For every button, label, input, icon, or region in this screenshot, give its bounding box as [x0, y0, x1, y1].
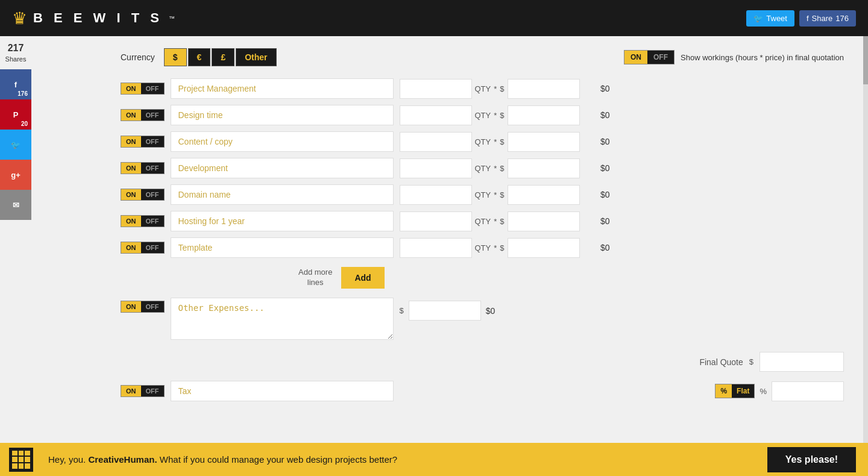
multiply-sign-1: * [494, 84, 497, 93]
logo-area: ♛ B E E W I T S™ [12, 8, 175, 28]
other-price-input[interactable] [409, 301, 481, 321]
line-name-input-4[interactable] [171, 158, 394, 178]
qty-input-4[interactable] [400, 158, 472, 178]
line-toggle-7[interactable]: ON OFF [121, 242, 165, 254]
qty-input-1[interactable] [400, 79, 472, 99]
line-name-input-6[interactable] [171, 211, 394, 231]
logo-crown-icon: ♛ [12, 8, 27, 28]
final-quote-label: Final Quote [699, 357, 743, 367]
currency-pound-button[interactable]: £ [212, 48, 234, 66]
tax-toggle-off[interactable]: OFF [141, 386, 164, 396]
currency-other-button[interactable]: Other [236, 48, 276, 66]
line-name-input-7[interactable] [171, 237, 394, 258]
header: ♛ B E E W I T S™ 🐦 Tweet f Share 176 [0, 0, 868, 36]
line-toggle-on-6[interactable]: ON [121, 216, 141, 227]
grid-logo-icon [9, 448, 33, 472]
currency-dollar-button[interactable]: $ [164, 48, 187, 66]
line-toggle-on-3[interactable]: ON [121, 136, 141, 147]
qty-section-3: QTY * $ [400, 132, 580, 152]
scrollbar-track[interactable] [863, 36, 868, 476]
qty-section-5: QTY * $ [400, 185, 580, 205]
percent-flat-toggle[interactable]: % Flat [715, 384, 755, 398]
final-quote-input[interactable] [760, 352, 844, 372]
price-input-7[interactable] [508, 238, 580, 258]
sidebar-pinterest-button[interactable]: P 20 [0, 99, 31, 130]
line-total-1: $0 [586, 84, 610, 93]
currency-euro-button[interactable]: € [188, 48, 211, 66]
other-expenses-toggle[interactable]: ON OFF [121, 301, 165, 313]
line-toggle-off-5[interactable]: OFF [141, 189, 164, 200]
qty-input-3[interactable] [400, 132, 472, 152]
price-input-3[interactable] [508, 132, 580, 152]
currency-label: Currency [121, 52, 155, 62]
line-name-input-3[interactable] [171, 131, 394, 152]
tax-toggle-on[interactable]: ON [121, 386, 141, 396]
qty-input-6[interactable] [400, 211, 472, 231]
twitter-icon: 🐦 [753, 14, 763, 23]
line-item: ON OFF QTY * $ $0 [121, 237, 844, 258]
line-toggle-off-6[interactable]: OFF [141, 216, 164, 227]
other-toggle-off[interactable]: OFF [141, 301, 164, 312]
line-total-3: $0 [586, 137, 610, 146]
qty-label-1: QTY [475, 84, 491, 93]
line-item: ON OFF QTY * $ $0 [121, 211, 844, 231]
qty-input-7[interactable] [400, 238, 472, 258]
line-name-input-1[interactable] [171, 78, 394, 99]
header-right: 🐦 Tweet f Share 176 [746, 10, 856, 27]
line-toggle-off-7[interactable]: OFF [141, 242, 164, 253]
qty-input-2[interactable] [400, 105, 472, 125]
other-expenses-textarea[interactable] [171, 298, 394, 340]
sidebar-mail-button[interactable]: ✉ [0, 190, 31, 220]
yes-please-button[interactable]: Yes please! [767, 447, 856, 472]
workings-section: ON OFF Show workings (hours * price) in … [624, 50, 844, 64]
workings-toggle-off[interactable]: OFF [647, 51, 674, 64]
sidebar-twitter-button[interactable]: 🐦 [0, 130, 31, 160]
tax-toggle[interactable]: ON OFF [121, 385, 165, 397]
line-toggle-on-1[interactable]: ON [121, 83, 141, 94]
line-toggle-off-2[interactable]: OFF [141, 110, 164, 121]
line-name-input-5[interactable] [171, 184, 394, 205]
line-toggle-6[interactable]: ON OFF [121, 215, 165, 227]
line-item: ON OFF QTY * $ $0 [121, 158, 844, 178]
line-toggle-2[interactable]: ON OFF [121, 109, 165, 121]
workings-toggle[interactable]: ON OFF [624, 50, 675, 64]
price-input-1[interactable] [508, 79, 580, 99]
scrollbar-thumb[interactable] [863, 36, 868, 84]
tweet-button[interactable]: 🐦 Tweet [746, 10, 794, 27]
line-name-input-2[interactable] [171, 105, 394, 125]
price-input-4[interactable] [508, 158, 580, 178]
price-input-6[interactable] [508, 211, 580, 231]
price-input-2[interactable] [508, 105, 580, 125]
price-input-5[interactable] [508, 185, 580, 205]
tax-value-input[interactable] [772, 381, 844, 401]
line-toggle-on-4[interactable]: ON [121, 163, 141, 174]
line-toggle-3[interactable]: ON OFF [121, 136, 165, 148]
line-item: ON OFF QTY * $ $0 [121, 184, 844, 205]
tax-name-input[interactable] [171, 381, 394, 401]
add-line-button[interactable]: Add [341, 267, 384, 289]
line-toggle-5[interactable]: ON OFF [121, 189, 165, 201]
line-total-4: $0 [586, 163, 610, 173]
line-toggle-off-1[interactable]: OFF [141, 83, 164, 94]
line-toggle-on-5[interactable]: ON [121, 189, 141, 200]
facebook-icon: f [807, 14, 809, 23]
line-toggle-off-3[interactable]: OFF [141, 136, 164, 147]
qty-section-2: QTY * $ [400, 105, 580, 125]
qty-section-4: QTY * $ [400, 158, 580, 178]
sidebar-gplus-button[interactable]: g+ [0, 160, 31, 190]
qty-section-6: QTY * $ [400, 211, 580, 231]
line-toggle-off-4[interactable]: OFF [141, 163, 164, 174]
line-item: ON OFF QTY * $ $0 [121, 105, 844, 125]
line-toggle-on-7[interactable]: ON [121, 242, 141, 253]
sidebar-facebook-button[interactable]: f 176 [0, 69, 31, 99]
qty-input-5[interactable] [400, 185, 472, 205]
line-toggle-on-2[interactable]: ON [121, 110, 141, 121]
flat-button[interactable]: Flat [732, 384, 754, 398]
other-total: $0 [486, 306, 495, 316]
facebook-share-button[interactable]: f Share 176 [799, 10, 856, 27]
line-toggle-1[interactable]: ON OFF [121, 83, 165, 95]
line-toggle-4[interactable]: ON OFF [121, 162, 165, 174]
other-toggle-on[interactable]: ON [121, 301, 141, 312]
workings-toggle-on[interactable]: ON [624, 51, 647, 64]
percent-button[interactable]: % [715, 384, 732, 398]
